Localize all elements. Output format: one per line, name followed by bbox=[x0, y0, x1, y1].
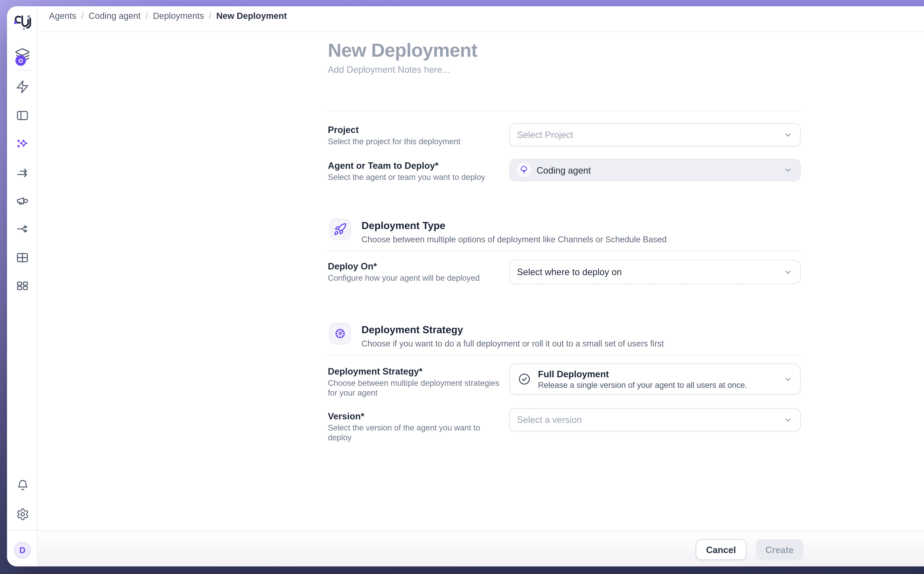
agent-bot-icon bbox=[517, 163, 531, 177]
deployment-notes-input[interactable]: Add Deployment Notes here... bbox=[328, 65, 450, 75]
sidebar: D bbox=[7, 6, 38, 566]
deploy-on-label: Deploy On* bbox=[328, 261, 503, 272]
breadcrumb-current: New Deployment bbox=[216, 11, 287, 21]
sidebar-item-workspace[interactable] bbox=[7, 109, 38, 123]
project-label: Project bbox=[328, 125, 503, 135]
deployment-strategy-subtitle: Choose if you want to do a full deployme… bbox=[362, 339, 664, 348]
deployment-title-input[interactable]: New Deployment bbox=[328, 40, 477, 62]
table-icon bbox=[15, 251, 29, 265]
version-placeholder: Select a version bbox=[517, 415, 582, 425]
footer-bar: Cancel Create bbox=[38, 531, 924, 566]
logo-icon bbox=[13, 14, 32, 35]
zap-icon bbox=[15, 80, 29, 94]
deployment-type-iconbox bbox=[329, 219, 351, 240]
divider bbox=[328, 251, 801, 251]
strategy-label: Deployment Strategy* bbox=[328, 366, 503, 377]
chevron-down-icon bbox=[783, 165, 793, 175]
version-select[interactable]: Select a version bbox=[509, 408, 801, 431]
deploy-on-placeholder: Select where to deploy on bbox=[517, 266, 622, 277]
sidebar-item-announcements[interactable] bbox=[7, 194, 38, 208]
layers-icon bbox=[15, 48, 30, 63]
chevron-down-icon bbox=[783, 415, 793, 424]
bell-icon bbox=[16, 479, 29, 492]
chevron-down-icon bbox=[783, 374, 793, 384]
version-helper: Select the version of the agent you want… bbox=[328, 423, 504, 443]
breadcrumb: Agents / Coding agent / Deployments / Ne… bbox=[49, 11, 287, 21]
chevron-down-icon bbox=[783, 267, 793, 277]
app-window: D Agents / Coding agent / Deployments / … bbox=[7, 6, 924, 566]
panel-left-icon bbox=[15, 109, 29, 123]
deployment-type-subtitle: Choose between multiple options of deplo… bbox=[362, 235, 667, 244]
avatar: D bbox=[14, 542, 31, 559]
sparkles-icon bbox=[15, 137, 29, 151]
agent-label: Agent or Team to Deploy* bbox=[328, 160, 503, 171]
deploy-on-select[interactable]: Select where to deploy on bbox=[509, 260, 801, 284]
app-frame: D Agents / Coding agent / Deployments / … bbox=[0, 0, 924, 574]
breadcrumb-separator: / bbox=[81, 11, 84, 21]
strategy-select[interactable]: Full Deployment Release a single version… bbox=[509, 363, 801, 395]
divider bbox=[328, 110, 801, 111]
strategy-value-desc: Release a single version of your agent t… bbox=[538, 381, 747, 389]
strategy-value-title: Full Deployment bbox=[538, 369, 747, 380]
breadcrumb-agents[interactable]: Agents bbox=[49, 11, 76, 21]
chevron-down-icon bbox=[783, 130, 793, 140]
sidebar-item-automations[interactable] bbox=[7, 80, 38, 94]
breadcrumb-deployments[interactable]: Deployments bbox=[153, 11, 204, 21]
app-logo[interactable] bbox=[7, 14, 38, 35]
deployment-strategy-title: Deployment Strategy bbox=[362, 324, 463, 335]
deployment-form: New Deployment Add Deployment Notes here… bbox=[328, 32, 804, 531]
agent-value: Coding agent bbox=[537, 165, 591, 175]
agent-helper: Select the agent or team you want to dep… bbox=[328, 172, 504, 182]
gauge-icon bbox=[333, 327, 347, 340]
sidebar-item-ai-tools[interactable] bbox=[7, 137, 38, 151]
sidebar-item-deployments[interactable] bbox=[7, 166, 38, 180]
settings-button[interactable] bbox=[7, 508, 38, 521]
main-area: Agents / Coding agent / Deployments / Ne… bbox=[38, 6, 924, 566]
create-button[interactable]: Create bbox=[756, 539, 804, 560]
sidebar-divider bbox=[13, 70, 32, 71]
rocket-icon bbox=[333, 222, 347, 236]
project-helper: Select the project for this deployment bbox=[328, 137, 504, 146]
project-placeholder: Select Project bbox=[517, 129, 573, 140]
split-icon bbox=[15, 222, 29, 236]
deployment-type-title: Deployment Type bbox=[362, 220, 445, 231]
double-arrow-right-icon bbox=[15, 166, 29, 180]
breadcrumb-coding-agent[interactable]: Coding agent bbox=[88, 11, 141, 21]
divider bbox=[328, 355, 801, 356]
user-avatar[interactable]: D bbox=[7, 542, 38, 559]
megaphone-icon bbox=[15, 194, 29, 208]
breadcrumb-separator: / bbox=[145, 11, 148, 21]
breadcrumb-separator: / bbox=[209, 11, 211, 21]
layout-grid-icon bbox=[15, 279, 29, 293]
strategy-helper: Choose between multiple deployment strat… bbox=[328, 378, 504, 397]
agent-select[interactable]: Coding agent bbox=[509, 159, 801, 181]
sidebar-item-apps[interactable] bbox=[7, 279, 38, 293]
project-select[interactable]: Select Project bbox=[509, 123, 801, 146]
cancel-button[interactable]: Cancel bbox=[696, 539, 746, 560]
version-label: Version* bbox=[328, 411, 503, 421]
circle-check-icon bbox=[518, 372, 531, 386]
deployment-strategy-iconbox bbox=[329, 323, 351, 345]
gear-icon bbox=[16, 508, 29, 521]
deploy-on-helper: Configure how your agent will be deploye… bbox=[328, 273, 504, 283]
sidebar-item-agents[interactable] bbox=[7, 48, 38, 63]
home-badge-icon bbox=[15, 55, 26, 66]
notifications-button[interactable] bbox=[7, 479, 38, 492]
sidebar-item-data-tables[interactable] bbox=[7, 251, 38, 265]
sidebar-item-integrations[interactable] bbox=[7, 222, 38, 236]
